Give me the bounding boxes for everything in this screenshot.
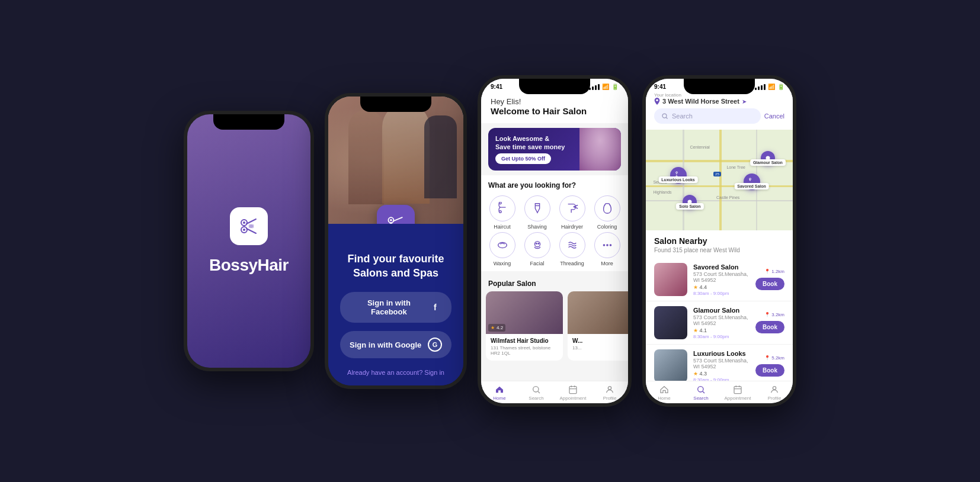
book-button-2[interactable]: Book [755, 364, 784, 377]
salon-list-img-1 [654, 306, 687, 339]
nearby-title: Salon Nearby [646, 230, 793, 247]
service-haircut[interactable]: Haircut [486, 195, 518, 230]
salon-card-1[interactable]: W... 13... [568, 291, 628, 361]
map-nav-profile[interactable]: Profile [756, 385, 793, 401]
signin-scissors-icon [385, 213, 406, 224]
service-hairdryer[interactable]: Hairdryer [556, 195, 588, 230]
salon-list-item-2[interactable]: Luxurious Looks 573 Court St.Menasha, WI… [646, 345, 793, 381]
salon-card-name-0: Wilmfast Hair Studio [491, 338, 558, 344]
salon-card-image-1 [568, 291, 628, 334]
signin-logo [377, 205, 415, 224]
salon-list-item-0[interactable]: Savored Salon 573 Court St.Menasha, WI 5… [646, 258, 793, 301]
bottom-nav-map: Home Search Appointmen [646, 381, 793, 403]
app-logo [230, 207, 268, 245]
hairdryer-label: Hairdryer [561, 224, 583, 230]
salon-list-info-2: Luxurious Looks 573 Court St.Menasha, WI… [693, 350, 750, 381]
service-coloring[interactable]: Coloring [591, 195, 623, 230]
book-button-0[interactable]: Book [755, 278, 784, 290]
svg-point-14 [499, 211, 501, 213]
more-label: More [601, 261, 613, 266]
facebook-icon: f [428, 300, 442, 314]
threading-label: Threading [560, 261, 584, 266]
svg-point-39 [698, 387, 703, 392]
salon-dist-1: 📍 3.2km [764, 312, 784, 317]
home-header: Hey Elis! Welcome to Hair Salon [481, 92, 628, 123]
svg-point-36 [749, 178, 751, 180]
bottom-nav-home: Home Search Appointmen [481, 381, 628, 403]
salon-dist-2: 📍 5.2km [764, 355, 784, 361]
search-input[interactable]: Search [672, 113, 754, 120]
notch-3 [519, 79, 590, 94]
salon-list-item-1[interactable]: Glamour Salon 573 Court St.Menasha, WI 5… [646, 301, 793, 345]
salon-card-addr-1: 13... [572, 345, 628, 351]
welcome-text: Welcome to Hair Salon [491, 106, 619, 116]
search-row: Search Cancel [654, 108, 784, 124]
phone-splash: BossyHair [184, 111, 314, 371]
signin-content: Find your favourite Salons and Spas Sign… [328, 224, 463, 385]
book-button-1[interactable]: Book [755, 321, 784, 333]
phone-home: 9:41 📶 🔋 Hey Elis! Welcome to Hair S [478, 75, 632, 407]
haircut-icon [496, 202, 509, 215]
profile-nav-icon [605, 385, 614, 394]
signin-link[interactable]: Sign in [424, 369, 444, 376]
salon-rating-1: ★ 4.1 8:30am - 9:00pm [693, 327, 750, 339]
threading-icon [566, 239, 579, 252]
map-nav-home[interactable]: Home [646, 385, 683, 401]
salon-name-1: Glamour Salon [693, 307, 750, 314]
nav-profile-label: Profile [603, 396, 617, 401]
search-nav-icon [531, 385, 541, 394]
service-more[interactable]: More [591, 232, 623, 266]
salon-addr-2: 573 Court St.Menasha, WI 54952 [693, 358, 750, 369]
waxing-circle [489, 232, 515, 258]
svg-point-22 [606, 244, 609, 246]
home-nav-icon [495, 385, 504, 394]
services-section-title: What are you looking for? [481, 175, 628, 193]
search-box-icon [661, 113, 668, 120]
search-box[interactable]: Search [654, 108, 761, 124]
svg-rect-41 [734, 387, 741, 394]
location-value: 3 West Wild Horse Street [662, 98, 739, 105]
cancel-button[interactable]: Cancel [764, 113, 784, 120]
facebook-signin-button[interactable]: Sign in with Facebook f [340, 292, 451, 323]
map-nav-search[interactable]: Search [683, 385, 719, 401]
nav-profile[interactable]: Profile [591, 385, 628, 401]
svg-point-24 [533, 387, 539, 392]
promo-banner[interactable]: Look Awesome & Save time save money Get … [488, 128, 621, 171]
promo-button[interactable]: Get Upto 50% Off [495, 153, 551, 164]
salon-addr-0: 573 Court St.Menasha, WI 54952 [693, 271, 750, 283]
service-waxing[interactable]: Waxing [486, 232, 518, 266]
battery-icon: 🔋 [611, 83, 619, 90]
nav-appointment-label: Appointment [560, 396, 587, 401]
map-nav-appointment-label: Appointment [725, 396, 751, 401]
map-nav-appointment[interactable]: Appointment [719, 385, 756, 401]
phone-signin: Find your favourite Salons and Spas Sign… [325, 93, 467, 389]
salon-card-0[interactable]: ★ 4.2 Wilmfast Hair Studio 131 Thames st… [486, 291, 563, 361]
hairdryer-circle [559, 195, 585, 221]
service-threading[interactable]: Threading [556, 232, 588, 266]
nav-home[interactable]: Home [481, 385, 518, 401]
service-facial[interactable]: Facial [521, 232, 553, 266]
google-signin-button[interactable]: Sign in with Google G [340, 331, 451, 358]
salon-list-img-2 [654, 349, 687, 381]
map-appointment-nav-icon [733, 385, 742, 394]
svg-rect-26 [569, 387, 577, 394]
service-shaving[interactable]: Shaving [521, 195, 553, 230]
svg-point-21 [603, 244, 605, 246]
svg-line-40 [703, 391, 704, 393]
map-area[interactable]: Centennial Highlands Lone Tree Sedalia C… [646, 130, 793, 230]
salon-card-info-1: W... 13... [568, 334, 628, 355]
svg-point-15 [499, 202, 501, 204]
facial-circle [524, 232, 550, 258]
map-status-time: 9:41 [654, 83, 666, 90]
nav-search[interactable]: Search [518, 385, 555, 401]
nearby-subtitle: Found 315 place near West Wild [646, 247, 793, 258]
haircut-circle [489, 195, 515, 221]
phones-container: BossyHair [184, 75, 796, 407]
waxing-icon [496, 239, 509, 252]
wifi-icon: 📶 [602, 83, 609, 90]
status-time: 9:41 [491, 83, 502, 90]
salon-rating-2: ★ 4.3 8:30am - 9:00pm [693, 371, 750, 381]
facebook-btn-label: Sign in with Facebook [350, 298, 428, 316]
nav-appointment[interactable]: Appointment [555, 385, 591, 401]
promo-main-text: Look Awesome & Save time save money [495, 134, 572, 152]
